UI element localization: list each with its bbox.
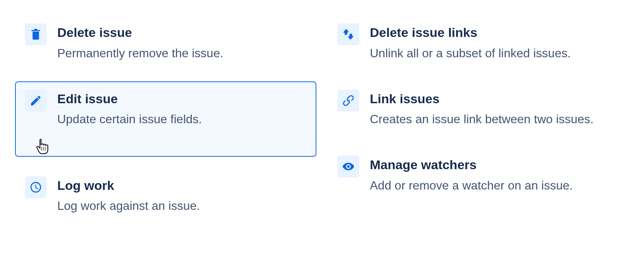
delete-issue-links-text: Delete issue links Unlink all or a subse… — [370, 23, 619, 62]
manage-watchers-text: Manage watchers Add or remove a watcher … — [370, 156, 619, 194]
delete-issue-links-description: Unlink all or a subset of linked issues. — [370, 45, 619, 62]
link-icon — [337, 90, 359, 112]
trash-icon — [25, 23, 47, 45]
log-work-description: Log work against an issue. — [57, 197, 307, 214]
manage-watchers-description: Add or remove a watcher on an issue. — [370, 177, 619, 194]
clock-icon — [25, 176, 47, 198]
pencil-icon — [25, 90, 47, 112]
log-work-action[interactable]: Log work Log work against an issue. — [15, 168, 316, 223]
link-issues-title: Link issues — [370, 91, 619, 107]
edit-issue-action[interactable]: Edit issue Update certain issue fields. — [15, 81, 316, 157]
delete-issue-text: Delete issue Permanently remove the issu… — [57, 23, 307, 62]
delete-issue-links-action[interactable]: Delete issue links Unlink all or a subse… — [328, 15, 629, 70]
link-issues-text: Link issues Creates an issue link betwee… — [370, 90, 619, 128]
delete-issue-links-title: Delete issue links — [370, 25, 619, 40]
manage-watchers-action[interactable]: Manage watchers Add or remove a watcher … — [328, 147, 629, 202]
delete-issue-action[interactable]: Delete issue Permanently remove the issu… — [15, 15, 316, 70]
delete-issue-description: Permanently remove the issue. — [57, 45, 307, 62]
edit-issue-description: Update certain issue fields. — [57, 111, 307, 128]
log-work-text: Log work Log work against an issue. — [57, 176, 307, 215]
edit-issue-title: Edit issue — [57, 91, 307, 107]
link-issues-description: Creates an issue link between two issues… — [370, 111, 619, 128]
edit-issue-text: Edit issue Update certain issue fields. — [57, 90, 307, 128]
manage-watchers-title: Manage watchers — [370, 157, 619, 173]
log-work-title: Log work — [57, 178, 307, 193]
swap-arrows-icon — [337, 23, 359, 45]
eye-icon — [337, 156, 359, 177]
link-issues-action[interactable]: Link issues Creates an issue link betwee… — [328, 81, 629, 136]
delete-issue-title: Delete issue — [57, 25, 307, 40]
